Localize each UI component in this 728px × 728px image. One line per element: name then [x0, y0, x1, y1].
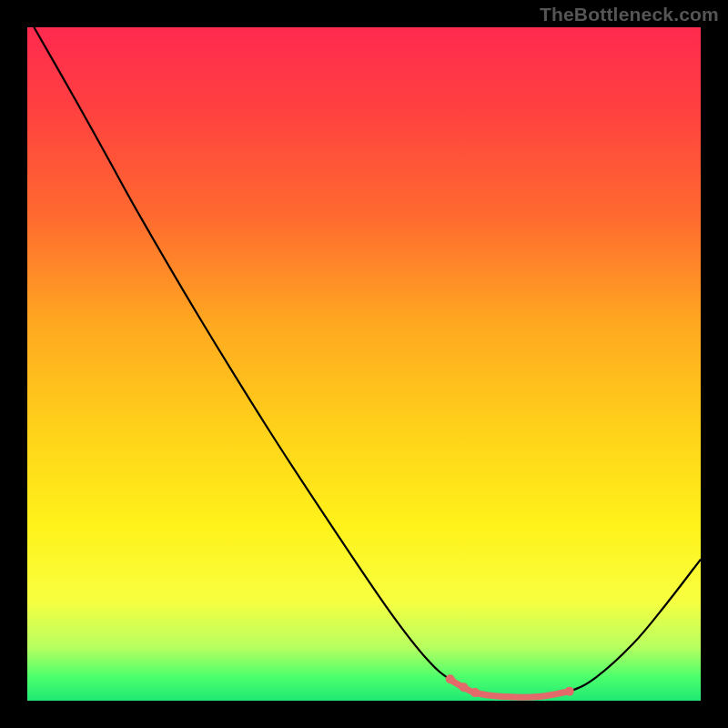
chart-svg [27, 27, 701, 701]
chart-marker [565, 687, 574, 696]
chart-main-curve [34, 27, 701, 697]
chart-plot-area [27, 27, 701, 701]
watermark-text: TheBottleneck.com [540, 4, 719, 25]
chart-marker [446, 674, 455, 683]
chart-marker [460, 682, 469, 692]
chart-overlay-segment [451, 681, 570, 697]
chart-marker [470, 688, 480, 697]
